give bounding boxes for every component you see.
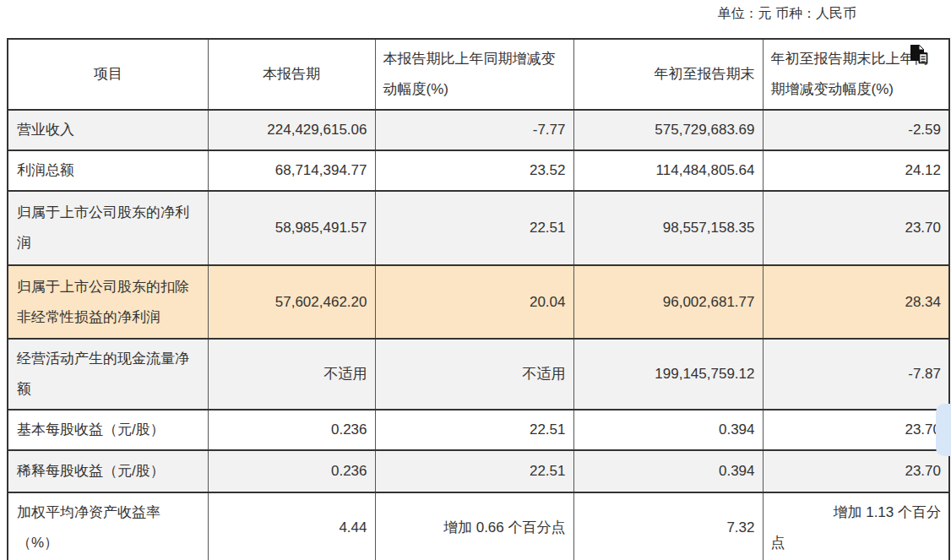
col-header-ytd: 年初至报告期末 <box>573 39 763 110</box>
item-cell: 基本每股收益（元/股） <box>8 410 208 450</box>
value-cell: 0.236 <box>208 410 375 450</box>
value-cell: 199,145,759.12 <box>573 339 763 410</box>
value-cell: 22.51 <box>375 191 573 265</box>
value-cell: 23.52 <box>375 150 573 191</box>
item-cell: 归属于上市公司股东的扣除非经常性损益的净利润 <box>8 265 208 339</box>
value-cell: 0.394 <box>573 450 763 492</box>
value-cell: 23.70 <box>763 450 949 492</box>
value-cell: -7.87 <box>763 339 949 410</box>
value-cell: 28.34 <box>763 265 949 339</box>
value-cell: 0.236 <box>208 450 375 492</box>
item-cell: 稀释每股收益（元/股） <box>8 450 208 492</box>
financial-summary-table: 项目 本报告期 本报告期比上年同期增减变动幅度(%) 年初至报告期末 年初至报告… <box>7 38 950 560</box>
value-cell: 575,729,683.69 <box>573 110 763 150</box>
value-cell: 20.04 <box>375 265 573 339</box>
value-cell: 23.70 <box>763 191 949 265</box>
table-row-weighted-avg-roe: 加权平均净资产收益率（%） 4.44 增加 0.66 个百分点 7.32 增加 … <box>8 492 949 560</box>
value-cell: 22.51 <box>375 450 573 492</box>
table-row-net-profit: 归属于上市公司股东的净利润 58,985,491.57 22.51 98,557… <box>8 191 949 265</box>
document-copy-icon[interactable] <box>909 44 928 64</box>
table-row-total-profit: 利润总额 68,714,394.77 23.52 114,484,805.64 … <box>8 150 949 191</box>
value-cell: 114,484,805.64 <box>573 150 763 191</box>
value-cell: 7.32 <box>573 492 763 560</box>
value-cell: 96,002,681.77 <box>573 265 763 339</box>
value-cell: 224,429,615.06 <box>208 110 375 150</box>
table-row-diluted-eps: 稀释每股收益（元/股） 0.236 22.51 0.394 23.70 <box>8 450 949 492</box>
col-header-current-period: 本报告期 <box>208 39 375 110</box>
value-cell: 22.51 <box>375 410 573 450</box>
value-cell: 增加 0.66 个百分点 <box>375 492 573 560</box>
table-row-basic-eps: 基本每股收益（元/股） 0.236 22.51 0.394 23.70 <box>8 410 949 450</box>
table-row-operating-revenue: 营业收入 224,429,615.06 -7.77 575,729,683.69… <box>8 110 949 150</box>
value-cell: 68,714,394.77 <box>208 150 375 191</box>
value-cell: 不适用 <box>375 339 573 410</box>
value-cell: 98,557,158.35 <box>573 191 763 265</box>
table-row-operating-cash-flow: 经营活动产生的现金流量净额 不适用 不适用 199,145,759.12 -7.… <box>8 339 949 410</box>
item-cell: 归属于上市公司股东的净利润 <box>8 191 208 265</box>
scroll-flyout-handle[interactable] <box>936 404 951 456</box>
table-row-net-profit-excl-nonrecurring: 归属于上市公司股东的扣除非经常性损益的净利润 57,602,462.20 20.… <box>8 265 949 339</box>
col-header-item: 项目 <box>8 39 208 110</box>
header-row: 项目 本报告期 本报告期比上年同期增减变动幅度(%) 年初至报告期末 年初至报告… <box>8 39 949 110</box>
value-cell: 24.12 <box>763 150 949 191</box>
value-cell: -2.59 <box>763 110 949 150</box>
value-cell: 4.44 <box>208 492 375 560</box>
value-cell: 0.394 <box>573 410 763 450</box>
item-cell: 利润总额 <box>8 150 208 191</box>
item-cell: 经营活动产生的现金流量净额 <box>8 339 208 410</box>
unit-currency-label: 单位：元 币种：人民币 <box>718 5 856 23</box>
value-cell: -7.77 <box>375 110 573 150</box>
value-cell: 不适用 <box>208 339 375 410</box>
value-cell: 23.70 <box>763 410 949 450</box>
value-cell: 增加 1.13 个百分点 <box>763 492 949 560</box>
col-header-yoy-change: 本报告期比上年同期增减变动幅度(%) <box>375 39 573 110</box>
item-cell: 营业收入 <box>8 110 208 150</box>
value-cell: 58,985,491.57 <box>208 191 375 265</box>
value-cell: 57,602,462.20 <box>208 265 375 339</box>
item-cell: 加权平均净资产收益率（%） <box>8 492 208 560</box>
